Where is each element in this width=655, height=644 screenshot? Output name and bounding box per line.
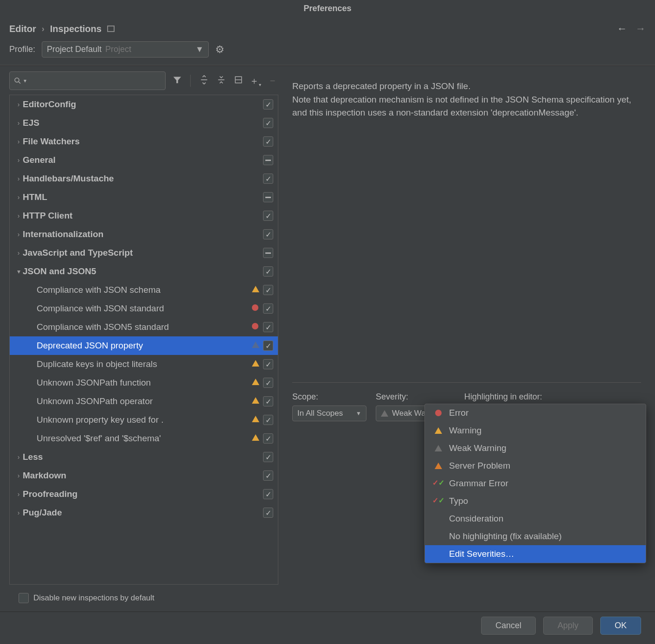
expand-arrow-icon[interactable]: ›: [14, 453, 23, 461]
checkbox[interactable]: ✓: [263, 396, 273, 406]
checkbox[interactable]: ✓: [263, 508, 273, 518]
profile-label: Profile:: [9, 45, 35, 54]
tree-category[interactable]: › EditorConfig ✓: [10, 95, 278, 114]
tree-item[interactable]: Compliance with JSON standard ✓: [10, 299, 278, 318]
expand-arrow-icon[interactable]: ›: [14, 119, 23, 127]
checkbox[interactable]: ✓: [263, 359, 273, 369]
collapse-all-icon[interactable]: [215, 75, 227, 87]
checkbox[interactable]: ✓: [263, 229, 273, 239]
severity-option[interactable]: Weak Warning: [425, 439, 646, 457]
severity-option[interactable]: No highlighting (fix available): [425, 528, 646, 545]
forward-arrow-icon[interactable]: →: [636, 23, 646, 35]
tree-category[interactable]: › Less ✓: [10, 448, 278, 466]
tree-category[interactable]: › Proofreading ✓: [10, 485, 278, 503]
tree-category[interactable]: › HTTP Client ✓: [10, 206, 278, 225]
window-title: Preferences: [0, 0, 655, 23]
expand-arrow-icon[interactable]: ›: [14, 138, 23, 145]
reset-icon[interactable]: [232, 76, 244, 86]
expand-arrow-icon[interactable]: ›: [14, 249, 23, 257]
gear-icon[interactable]: ⚙: [215, 44, 225, 56]
severity-option[interactable]: Error: [425, 404, 646, 422]
checkbox[interactable]: [263, 155, 273, 165]
warning-icon: [252, 379, 259, 385]
expand-arrow-icon[interactable]: ▾: [14, 268, 23, 275]
tree-item[interactable]: Unknown JSONPath operator ✓: [10, 392, 278, 411]
add-icon[interactable]: ＋▾: [250, 75, 261, 87]
tree-item[interactable]: Deprecated JSON property ✓: [10, 336, 278, 355]
checkbox[interactable]: ✓: [263, 99, 273, 109]
search-input[interactable]: ▾: [9, 71, 166, 90]
checkbox[interactable]: [263, 248, 273, 258]
tree-item-label: Unknown property key used for .: [37, 415, 247, 425]
tree-category[interactable]: › File Watchers ✓: [10, 132, 278, 151]
cancel-button[interactable]: Cancel: [481, 617, 536, 635]
tree-item[interactable]: Unknown property key used for . ✓: [10, 411, 278, 429]
checkbox[interactable]: ✓: [263, 452, 273, 462]
severity-option[interactable]: Warning: [425, 422, 646, 439]
tree-category[interactable]: › Internationalization ✓: [10, 225, 278, 244]
expand-arrow-icon[interactable]: ›: [14, 175, 23, 182]
checkbox[interactable]: ✓: [263, 174, 273, 184]
expand-arrow-icon[interactable]: ›: [14, 231, 23, 238]
breadcrumb: Editor › Inspections: [9, 24, 115, 34]
checkbox[interactable]: [263, 192, 273, 202]
expand-all-icon[interactable]: [198, 75, 210, 87]
tree-item[interactable]: Unknown JSONPath function ✓: [10, 374, 278, 392]
expand-arrow-icon[interactable]: ›: [14, 472, 23, 479]
typo-icon: ✓✓: [432, 496, 444, 505]
checkbox[interactable]: ✓: [263, 341, 273, 351]
checkbox[interactable]: ✓: [263, 285, 273, 295]
tree-category[interactable]: › HTML: [10, 188, 278, 206]
checkbox[interactable]: ✓: [263, 266, 273, 277]
tree-item[interactable]: Unresolved '$ref' and '$schema' ✓: [10, 429, 278, 448]
tree-item[interactable]: Duplicate keys in object literals ✓: [10, 355, 278, 374]
severity-popup[interactable]: Error Warning Weak Warning Server Proble…: [424, 404, 646, 563]
checkbox[interactable]: ✓: [263, 211, 273, 221]
tree-item[interactable]: Compliance with JSON schema ✓: [10, 281, 278, 299]
expand-arrow-icon[interactable]: ›: [14, 212, 23, 219]
checkbox[interactable]: ✓: [263, 489, 273, 499]
tree-category[interactable]: › EJS ✓: [10, 114, 278, 132]
tree-category[interactable]: › Markdown ✓: [10, 466, 278, 485]
severity-label: Severity:: [376, 392, 455, 402]
expand-arrow-icon[interactable]: ›: [14, 193, 23, 201]
tree-item-label: Compliance with JSON schema: [37, 285, 247, 295]
checkbox[interactable]: ✓: [263, 303, 273, 314]
edit-severities[interactable]: Edit Severities…: [425, 545, 646, 563]
scope-select[interactable]: In All Scopes ▼: [292, 406, 366, 421]
breadcrumb-root[interactable]: Editor: [9, 24, 36, 34]
tree-category[interactable]: › JavaScript and TypeScript: [10, 244, 278, 262]
tree-category[interactable]: ▾ JSON and JSON5 ✓: [10, 262, 278, 281]
checkbox[interactable]: ✓: [263, 415, 273, 425]
tree-label: JavaScript and TypeScript: [23, 248, 263, 258]
expand-arrow-icon[interactable]: ›: [14, 101, 23, 108]
expand-arrow-icon[interactable]: ›: [14, 156, 23, 164]
checkbox[interactable]: ✓: [263, 322, 273, 332]
tree-label: Proofreading: [23, 489, 263, 499]
severity-option[interactable]: Consideration: [425, 510, 646, 528]
severity-option[interactable]: ✓✓ Typo: [425, 492, 646, 510]
inspection-tree[interactable]: › EditorConfig ✓ › EJS ✓ › File Watchers…: [9, 95, 278, 585]
profile-select[interactable]: Project Default Project ▼: [42, 41, 209, 58]
expand-arrow-icon[interactable]: ›: [14, 490, 23, 498]
expand-arrow-icon[interactable]: ›: [14, 509, 23, 516]
checkbox[interactable]: ✓: [263, 136, 273, 147]
remove-icon[interactable]: −: [267, 76, 278, 86]
tree-category[interactable]: › General: [10, 151, 278, 169]
ok-button[interactable]: OK: [600, 617, 641, 635]
tree-category[interactable]: › Handlebars/Mustache ✓: [10, 169, 278, 188]
back-arrow-icon[interactable]: ←: [617, 23, 627, 35]
filter-icon[interactable]: [171, 75, 183, 87]
apply-button[interactable]: Apply: [543, 617, 593, 635]
checkbox[interactable]: ✓: [263, 470, 273, 481]
disable-new-checkbox[interactable]: [19, 593, 29, 603]
tree-label: Handlebars/Mustache: [23, 174, 263, 184]
checkbox[interactable]: ✓: [263, 433, 273, 444]
tree-category[interactable]: › Pug/Jade ✓: [10, 503, 278, 522]
checkbox[interactable]: ✓: [263, 118, 273, 128]
severity-option[interactable]: ✓✓ Grammar Error: [425, 475, 646, 492]
error-icon: [435, 410, 442, 416]
tree-item[interactable]: Compliance with JSON5 standard ✓: [10, 318, 278, 336]
severity-option[interactable]: Server Problem: [425, 457, 646, 475]
checkbox[interactable]: ✓: [263, 378, 273, 388]
